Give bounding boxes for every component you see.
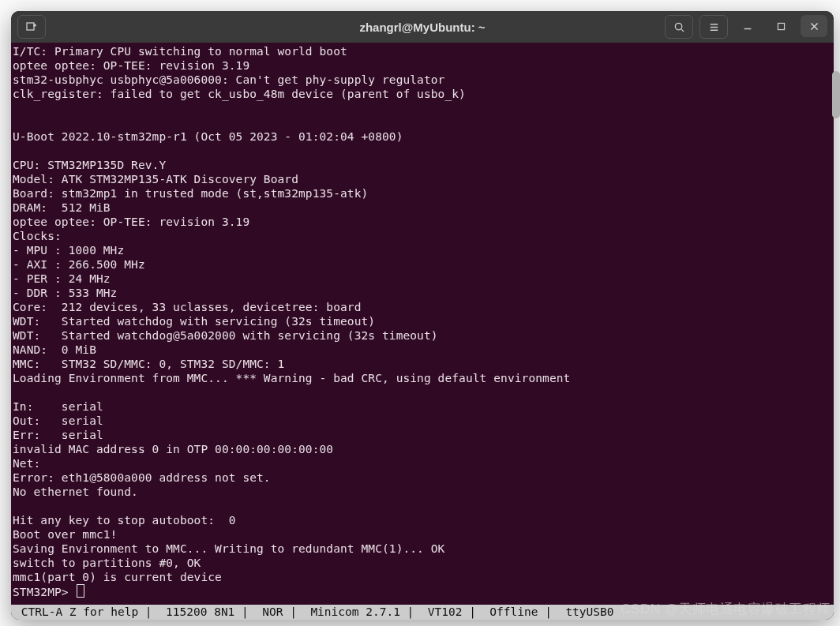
maximize-button[interactable] xyxy=(767,15,794,37)
minimize-button[interactable] xyxy=(734,15,761,37)
svg-rect-0 xyxy=(27,23,34,30)
titlebar: zhangrl@MyUbuntu: ~ xyxy=(11,11,834,43)
close-button[interactable] xyxy=(801,15,827,37)
terminal-cursor xyxy=(77,584,84,598)
desktop: zhangrl@MyUbuntu: ~ I/TC: Prima xyxy=(0,0,840,626)
terminal-window: zhangrl@MyUbuntu: ~ I/TC: Prima xyxy=(11,11,834,620)
svg-line-11 xyxy=(811,23,817,29)
svg-line-10 xyxy=(811,23,817,29)
minicom-statusbar: CTRL-A Z for help | 115200 8N1 | NOR | M… xyxy=(11,605,834,620)
svg-line-4 xyxy=(681,28,683,31)
new-tab-button[interactable] xyxy=(17,15,46,39)
terminal-prompt: STM32MP> xyxy=(13,586,75,598)
page-scrollbar-thumb[interactable] xyxy=(832,71,840,118)
search-button[interactable] xyxy=(665,15,693,39)
svg-rect-9 xyxy=(778,23,784,29)
terminal-output[interactable]: I/TC: Primary CPU switching to normal wo… xyxy=(11,43,834,605)
menu-button[interactable] xyxy=(699,15,728,39)
svg-point-3 xyxy=(675,23,681,29)
